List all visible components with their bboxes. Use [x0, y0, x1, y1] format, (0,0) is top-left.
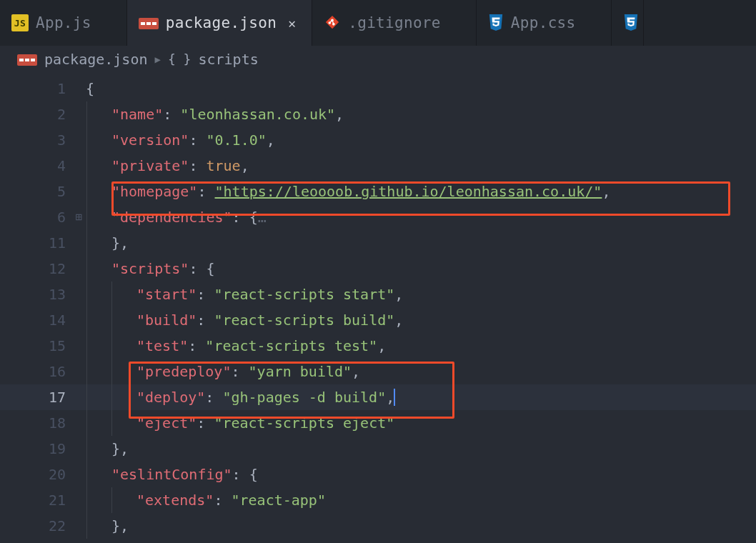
code-line[interactable]: 11}, [0, 230, 756, 256]
chevron-right-icon: ▶ [155, 54, 161, 65]
line-number: 5 [0, 179, 71, 204]
code-line[interactable]: 13"start": "react-scripts start", [0, 282, 756, 307]
svg-rect-3 [152, 22, 156, 25]
line-number: 11 [0, 230, 71, 256]
line-number: 18 [0, 410, 71, 436]
line-number: 17 [0, 384, 71, 410]
code-line[interactable]: 17"deploy": "gh-pages -d build", [0, 384, 756, 410]
line-number: 14 [0, 307, 71, 333]
text-cursor [394, 389, 395, 406]
code-content[interactable]: }, [86, 436, 129, 462]
code-content[interactable]: "dependencies": {… [86, 204, 267, 230]
css-icon [623, 14, 639, 31]
code-line[interactable]: 18"eject": "react-scripts eject" [0, 410, 756, 436]
breadcrumb-segment[interactable]: scripts [198, 51, 258, 68]
code-line[interactable]: 16"predeploy": "yarn build", [0, 359, 756, 384]
code-line[interactable]: 2"name": "leonhassan.co.uk", [0, 101, 756, 127]
tab-overflow[interactable] [612, 0, 644, 46]
svg-rect-10 [31, 59, 35, 61]
braces-icon: { } [168, 51, 192, 66]
line-number: 19 [0, 436, 71, 462]
code-content[interactable]: }, [86, 230, 129, 256]
code-line[interactable]: 6⊞"dependencies": {… [0, 204, 756, 230]
tab-label: package.json [166, 14, 277, 31]
code-line[interactable]: 1{ [0, 76, 756, 101]
line-number: 22 [0, 513, 71, 539]
code-content[interactable]: "test": "react-scripts test", [86, 333, 386, 359]
js-icon: JS [11, 14, 29, 31]
code-content[interactable]: "deploy": "gh-pages -d build", [86, 384, 395, 410]
line-number: 2 [0, 101, 71, 127]
line-number: 6 [0, 204, 71, 230]
line-number: 16 [0, 359, 71, 384]
code-line[interactable]: 20"eslintConfig": { [0, 462, 756, 487]
line-number: 12 [0, 256, 71, 282]
code-content[interactable]: "start": "react-scripts start", [86, 282, 403, 307]
code-content[interactable]: "build": "react-scripts build", [86, 307, 403, 333]
code-line[interactable]: 22}, [0, 513, 756, 539]
tab--gitignore[interactable]: .gitignore✕ [312, 0, 477, 46]
svg-rect-8 [19, 59, 24, 61]
code-content[interactable]: "extends": "react-app" [86, 487, 326, 513]
code-line[interactable]: 5"homepage": "https://leoooob.github.io/… [0, 179, 756, 204]
code-content[interactable]: "eslintConfig": { [86, 462, 258, 487]
tab-bar: JSApp.js✕package.json✕.gitignore✕App.css… [0, 0, 756, 46]
code-line[interactable]: 4"private": true, [0, 153, 756, 179]
breadcrumb[interactable]: package.json ▶ { } scripts [0, 46, 756, 73]
code-content[interactable]: "scripts": { [86, 256, 215, 282]
line-number: 13 [0, 282, 71, 307]
code-content[interactable]: "version": "0.1.0", [86, 127, 275, 153]
code-line[interactable]: 3"version": "0.1.0", [0, 127, 756, 153]
code-line[interactable]: 19}, [0, 436, 756, 462]
code-content[interactable]: "predeploy": "yarn build", [86, 359, 360, 384]
line-number: 4 [0, 153, 71, 179]
json-icon [17, 53, 37, 66]
line-number: 15 [0, 333, 71, 359]
svg-rect-1 [141, 22, 145, 25]
code-content[interactable]: "name": "leonhassan.co.uk", [86, 101, 344, 127]
line-number: 21 [0, 487, 71, 513]
svg-rect-2 [146, 22, 151, 25]
tab-label: App.js [36, 14, 91, 31]
tab-label: App.css [511, 14, 576, 31]
fold-expand-icon[interactable]: ⊞ [71, 204, 86, 230]
css-icon [488, 14, 504, 31]
code-content[interactable]: { [86, 76, 94, 101]
close-icon[interactable]: ✕ [288, 16, 296, 31]
tab-app-js[interactable]: JSApp.js✕ [0, 0, 127, 46]
code-line[interactable]: 14"build": "react-scripts build", [0, 307, 756, 333]
code-editor[interactable]: 1{2"name": "leonhassan.co.uk",3"version"… [0, 73, 756, 539]
json-icon [139, 16, 159, 29]
code-content[interactable]: }, [86, 513, 129, 539]
code-content[interactable]: "eject": "react-scripts eject" [86, 410, 394, 436]
code-line[interactable]: 15"test": "react-scripts test", [0, 333, 756, 359]
line-number: 3 [0, 127, 71, 153]
tab-app-css[interactable]: App.css✕ [477, 0, 612, 46]
tab-label: .gitignore [348, 14, 440, 31]
code-content[interactable]: "private": true, [86, 153, 249, 179]
line-number: 1 [0, 76, 71, 101]
code-line[interactable]: 21"extends": "react-app" [0, 487, 756, 513]
line-number: 20 [0, 462, 71, 487]
code-content[interactable]: "homepage": "https://leoooob.github.io/l… [86, 179, 610, 204]
code-line[interactable]: 12"scripts": { [0, 256, 756, 282]
breadcrumb-file[interactable]: package.json [44, 51, 148, 68]
git-icon [324, 14, 341, 31]
svg-rect-9 [25, 59, 29, 61]
tab-package-json[interactable]: package.json✕ [127, 0, 312, 46]
